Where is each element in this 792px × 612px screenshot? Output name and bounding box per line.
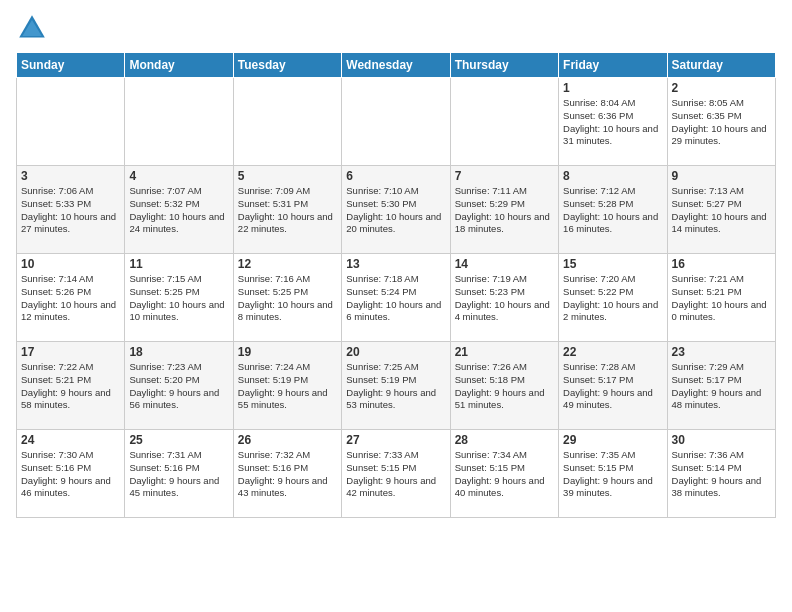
day-info: Sunrise: 7:22 AMSunset: 5:21 PMDaylight:… <box>21 361 120 412</box>
weekday-header-thursday: Thursday <box>450 53 558 78</box>
day-cell: 6Sunrise: 7:10 AMSunset: 5:30 PMDaylight… <box>342 166 450 254</box>
day-number: 17 <box>21 345 120 359</box>
day-cell <box>233 78 341 166</box>
day-number: 12 <box>238 257 337 271</box>
day-cell: 28Sunrise: 7:34 AMSunset: 5:15 PMDayligh… <box>450 430 558 518</box>
day-number: 18 <box>129 345 228 359</box>
day-cell: 7Sunrise: 7:11 AMSunset: 5:29 PMDaylight… <box>450 166 558 254</box>
day-info: Sunrise: 7:21 AMSunset: 5:21 PMDaylight:… <box>672 273 771 324</box>
day-info: Sunrise: 7:30 AMSunset: 5:16 PMDaylight:… <box>21 449 120 500</box>
day-number: 25 <box>129 433 228 447</box>
day-cell: 16Sunrise: 7:21 AMSunset: 5:21 PMDayligh… <box>667 254 775 342</box>
day-cell: 24Sunrise: 7:30 AMSunset: 5:16 PMDayligh… <box>17 430 125 518</box>
day-cell: 26Sunrise: 7:32 AMSunset: 5:16 PMDayligh… <box>233 430 341 518</box>
calendar-header: SundayMondayTuesdayWednesdayThursdayFrid… <box>17 53 776 78</box>
logo <box>16 12 52 44</box>
day-info: Sunrise: 7:24 AMSunset: 5:19 PMDaylight:… <box>238 361 337 412</box>
day-number: 8 <box>563 169 662 183</box>
day-info: Sunrise: 7:09 AMSunset: 5:31 PMDaylight:… <box>238 185 337 236</box>
day-cell: 25Sunrise: 7:31 AMSunset: 5:16 PMDayligh… <box>125 430 233 518</box>
day-cell: 20Sunrise: 7:25 AMSunset: 5:19 PMDayligh… <box>342 342 450 430</box>
weekday-header-sunday: Sunday <box>17 53 125 78</box>
day-cell: 30Sunrise: 7:36 AMSunset: 5:14 PMDayligh… <box>667 430 775 518</box>
day-info: Sunrise: 7:28 AMSunset: 5:17 PMDaylight:… <box>563 361 662 412</box>
day-number: 1 <box>563 81 662 95</box>
day-info: Sunrise: 7:32 AMSunset: 5:16 PMDaylight:… <box>238 449 337 500</box>
day-info: Sunrise: 8:04 AMSunset: 6:36 PMDaylight:… <box>563 97 662 148</box>
day-number: 20 <box>346 345 445 359</box>
day-number: 24 <box>21 433 120 447</box>
day-cell <box>17 78 125 166</box>
day-number: 9 <box>672 169 771 183</box>
day-cell: 17Sunrise: 7:22 AMSunset: 5:21 PMDayligh… <box>17 342 125 430</box>
weekday-header-monday: Monday <box>125 53 233 78</box>
day-info: Sunrise: 7:25 AMSunset: 5:19 PMDaylight:… <box>346 361 445 412</box>
week-row-3: 17Sunrise: 7:22 AMSunset: 5:21 PMDayligh… <box>17 342 776 430</box>
day-info: Sunrise: 7:34 AMSunset: 5:15 PMDaylight:… <box>455 449 554 500</box>
day-cell: 14Sunrise: 7:19 AMSunset: 5:23 PMDayligh… <box>450 254 558 342</box>
day-number: 15 <box>563 257 662 271</box>
day-number: 3 <box>21 169 120 183</box>
day-cell: 12Sunrise: 7:16 AMSunset: 5:25 PMDayligh… <box>233 254 341 342</box>
day-cell: 4Sunrise: 7:07 AMSunset: 5:32 PMDaylight… <box>125 166 233 254</box>
day-number: 10 <box>21 257 120 271</box>
day-number: 6 <box>346 169 445 183</box>
day-info: Sunrise: 7:35 AMSunset: 5:15 PMDaylight:… <box>563 449 662 500</box>
day-cell: 23Sunrise: 7:29 AMSunset: 5:17 PMDayligh… <box>667 342 775 430</box>
day-cell: 21Sunrise: 7:26 AMSunset: 5:18 PMDayligh… <box>450 342 558 430</box>
day-info: Sunrise: 7:31 AMSunset: 5:16 PMDaylight:… <box>129 449 228 500</box>
day-info: Sunrise: 7:11 AMSunset: 5:29 PMDaylight:… <box>455 185 554 236</box>
week-row-2: 10Sunrise: 7:14 AMSunset: 5:26 PMDayligh… <box>17 254 776 342</box>
day-number: 29 <box>563 433 662 447</box>
day-number: 22 <box>563 345 662 359</box>
day-cell: 3Sunrise: 7:06 AMSunset: 5:33 PMDaylight… <box>17 166 125 254</box>
day-number: 4 <box>129 169 228 183</box>
day-info: Sunrise: 7:10 AMSunset: 5:30 PMDaylight:… <box>346 185 445 236</box>
day-cell: 13Sunrise: 7:18 AMSunset: 5:24 PMDayligh… <box>342 254 450 342</box>
weekday-header-saturday: Saturday <box>667 53 775 78</box>
day-cell <box>342 78 450 166</box>
day-number: 2 <box>672 81 771 95</box>
day-number: 5 <box>238 169 337 183</box>
day-cell: 29Sunrise: 7:35 AMSunset: 5:15 PMDayligh… <box>559 430 667 518</box>
day-info: Sunrise: 7:26 AMSunset: 5:18 PMDaylight:… <box>455 361 554 412</box>
week-row-0: 1Sunrise: 8:04 AMSunset: 6:36 PMDaylight… <box>17 78 776 166</box>
day-number: 21 <box>455 345 554 359</box>
weekday-header-tuesday: Tuesday <box>233 53 341 78</box>
day-number: 27 <box>346 433 445 447</box>
day-number: 7 <box>455 169 554 183</box>
day-number: 19 <box>238 345 337 359</box>
day-info: Sunrise: 7:14 AMSunset: 5:26 PMDaylight:… <box>21 273 120 324</box>
day-cell: 22Sunrise: 7:28 AMSunset: 5:17 PMDayligh… <box>559 342 667 430</box>
day-cell <box>450 78 558 166</box>
day-cell: 8Sunrise: 7:12 AMSunset: 5:28 PMDaylight… <box>559 166 667 254</box>
day-cell: 10Sunrise: 7:14 AMSunset: 5:26 PMDayligh… <box>17 254 125 342</box>
day-info: Sunrise: 8:05 AMSunset: 6:35 PMDaylight:… <box>672 97 771 148</box>
day-number: 11 <box>129 257 228 271</box>
weekday-header-friday: Friday <box>559 53 667 78</box>
day-cell <box>125 78 233 166</box>
day-info: Sunrise: 7:20 AMSunset: 5:22 PMDaylight:… <box>563 273 662 324</box>
day-info: Sunrise: 7:07 AMSunset: 5:32 PMDaylight:… <box>129 185 228 236</box>
day-cell: 11Sunrise: 7:15 AMSunset: 5:25 PMDayligh… <box>125 254 233 342</box>
day-number: 23 <box>672 345 771 359</box>
header <box>16 12 776 44</box>
day-info: Sunrise: 7:19 AMSunset: 5:23 PMDaylight:… <box>455 273 554 324</box>
calendar-body: 1Sunrise: 8:04 AMSunset: 6:36 PMDaylight… <box>17 78 776 518</box>
day-number: 26 <box>238 433 337 447</box>
day-info: Sunrise: 7:36 AMSunset: 5:14 PMDaylight:… <box>672 449 771 500</box>
day-cell: 5Sunrise: 7:09 AMSunset: 5:31 PMDaylight… <box>233 166 341 254</box>
day-info: Sunrise: 7:15 AMSunset: 5:25 PMDaylight:… <box>129 273 228 324</box>
day-cell: 27Sunrise: 7:33 AMSunset: 5:15 PMDayligh… <box>342 430 450 518</box>
calendar-table: SundayMondayTuesdayWednesdayThursdayFrid… <box>16 52 776 518</box>
weekday-row: SundayMondayTuesdayWednesdayThursdayFrid… <box>17 53 776 78</box>
day-number: 13 <box>346 257 445 271</box>
week-row-1: 3Sunrise: 7:06 AMSunset: 5:33 PMDaylight… <box>17 166 776 254</box>
day-cell: 2Sunrise: 8:05 AMSunset: 6:35 PMDaylight… <box>667 78 775 166</box>
day-number: 16 <box>672 257 771 271</box>
day-info: Sunrise: 7:29 AMSunset: 5:17 PMDaylight:… <box>672 361 771 412</box>
day-number: 28 <box>455 433 554 447</box>
day-number: 30 <box>672 433 771 447</box>
day-cell: 19Sunrise: 7:24 AMSunset: 5:19 PMDayligh… <box>233 342 341 430</box>
weekday-header-wednesday: Wednesday <box>342 53 450 78</box>
